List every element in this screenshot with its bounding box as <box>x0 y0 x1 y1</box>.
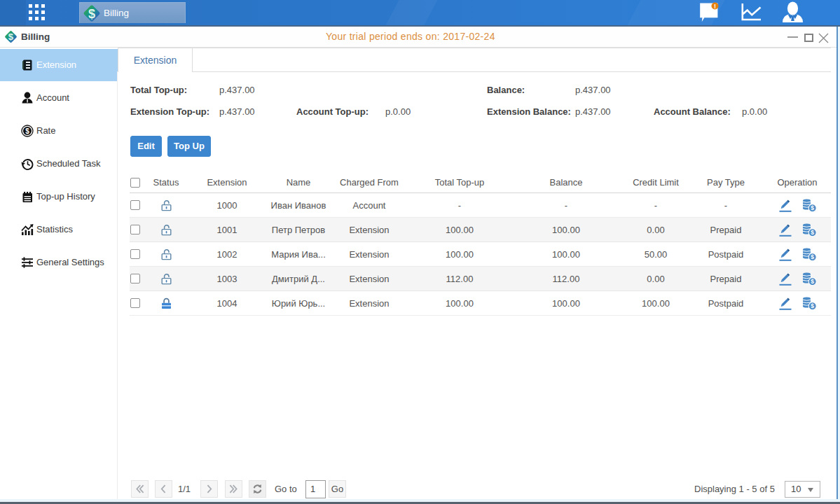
svg-text:$: $ <box>811 229 814 236</box>
svg-text:$: $ <box>811 302 814 309</box>
svg-text:$: $ <box>88 7 95 21</box>
svg-text:!: ! <box>714 3 716 10</box>
svg-text:$: $ <box>811 253 814 260</box>
svg-text:$: $ <box>811 278 814 285</box>
svg-text:$: $ <box>25 127 29 135</box>
svg-text:$: $ <box>8 31 14 42</box>
svg-text:$: $ <box>811 204 814 211</box>
